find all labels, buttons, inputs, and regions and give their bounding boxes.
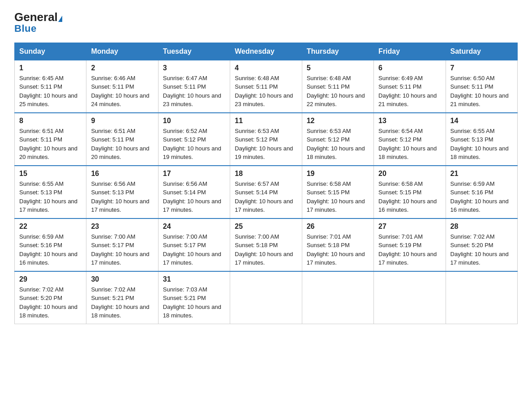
day-number: 5 [307,64,369,72]
calendar-cell: 22Sunrise: 6:59 AMSunset: 5:16 PMDayligh… [15,218,86,271]
day-info: Sunrise: 6:47 AMSunset: 5:11 PMDaylight:… [163,74,225,109]
day-info: Sunrise: 6:54 AMSunset: 5:12 PMDaylight:… [378,127,441,162]
day-info: Sunrise: 7:00 AMSunset: 5:17 PMDaylight:… [163,232,225,267]
day-number: 10 [163,117,225,125]
calendar-cell: 20Sunrise: 6:58 AMSunset: 5:15 PMDayligh… [374,166,446,218]
day-info: Sunrise: 6:59 AMSunset: 5:16 PMDaylight:… [450,180,513,214]
calendar-cell: 23Sunrise: 7:00 AMSunset: 5:17 PMDayligh… [86,218,158,271]
day-number: 21 [450,170,513,178]
logo: General Blue [14,11,62,34]
day-number: 4 [235,64,297,72]
day-info: Sunrise: 6:49 AMSunset: 5:11 PMDaylight:… [378,74,441,109]
day-info: Sunrise: 6:46 AMSunset: 5:11 PMDaylight:… [91,74,153,109]
calendar-cell [374,271,446,324]
calendar-cell: 6Sunrise: 6:49 AMSunset: 5:11 PMDaylight… [374,60,446,113]
calendar-cell: 3Sunrise: 6:47 AMSunset: 5:11 PMDaylight… [158,60,230,113]
calendar-cell [446,271,517,324]
day-number: 26 [307,223,369,231]
calendar-header: Sunday Monday Tuesday Wednesday Thursday… [15,43,518,60]
header-monday: Monday [86,43,158,60]
calendar-cell: 1Sunrise: 6:45 AMSunset: 5:11 PMDaylight… [15,60,86,113]
day-number: 9 [91,117,153,125]
calendar-cell: 11Sunrise: 6:53 AMSunset: 5:12 PMDayligh… [230,113,302,166]
calendar-week-2: 8Sunrise: 6:51 AMSunset: 5:11 PMDaylight… [15,113,518,166]
day-info: Sunrise: 6:58 AMSunset: 5:15 PMDaylight:… [378,180,441,214]
day-info: Sunrise: 6:45 AMSunset: 5:11 PMDaylight:… [19,74,82,109]
calendar-week-1: 1Sunrise: 6:45 AMSunset: 5:11 PMDaylight… [15,60,518,113]
day-number: 17 [163,170,225,178]
day-number: 6 [378,64,441,72]
header-tuesday: Tuesday [158,43,230,60]
day-info: Sunrise: 6:51 AMSunset: 5:11 PMDaylight:… [91,127,153,162]
day-number: 29 [19,275,82,283]
day-info: Sunrise: 7:02 AMSunset: 5:21 PMDaylight:… [91,285,153,320]
day-info: Sunrise: 6:53 AMSunset: 5:12 PMDaylight:… [235,127,297,162]
calendar-cell: 17Sunrise: 6:56 AMSunset: 5:14 PMDayligh… [158,166,230,218]
day-info: Sunrise: 6:56 AMSunset: 5:13 PMDaylight:… [91,180,153,214]
calendar-cell: 16Sunrise: 6:56 AMSunset: 5:13 PMDayligh… [86,166,158,218]
day-info: Sunrise: 7:01 AMSunset: 5:19 PMDaylight:… [378,232,441,267]
day-info: Sunrise: 6:59 AMSunset: 5:16 PMDaylight:… [19,232,82,267]
day-number: 30 [91,275,153,283]
calendar-cell: 29Sunrise: 7:02 AMSunset: 5:20 PMDayligh… [15,271,86,324]
day-number: 2 [91,64,153,72]
header-row: Sunday Monday Tuesday Wednesday Thursday… [15,43,518,60]
calendar-cell: 2Sunrise: 6:46 AMSunset: 5:11 PMDaylight… [86,60,158,113]
day-number: 3 [163,64,225,72]
day-info: Sunrise: 7:01 AMSunset: 5:18 PMDaylight:… [307,232,369,267]
calendar-cell: 15Sunrise: 6:55 AMSunset: 5:13 PMDayligh… [15,166,86,218]
logo-blue-text: Blue [14,24,62,34]
calendar-cell: 19Sunrise: 6:58 AMSunset: 5:15 PMDayligh… [302,166,373,218]
header-thursday: Thursday [302,43,373,60]
day-number: 22 [19,223,82,231]
calendar-cell: 31Sunrise: 7:03 AMSunset: 5:21 PMDayligh… [158,271,230,324]
calendar-cell: 5Sunrise: 6:48 AMSunset: 5:11 PMDaylight… [302,60,373,113]
day-number: 18 [235,170,297,178]
calendar-cell [230,271,302,324]
logo-arrow-icon [58,16,62,22]
day-number: 13 [378,117,441,125]
calendar-body: 1Sunrise: 6:45 AMSunset: 5:11 PMDaylight… [15,60,518,324]
calendar-table: Sunday Monday Tuesday Wednesday Thursday… [14,43,518,324]
day-number: 20 [378,170,441,178]
day-info: Sunrise: 6:55 AMSunset: 5:13 PMDaylight:… [450,127,513,162]
logo-general-text: General [14,11,62,24]
day-number: 1 [19,64,82,72]
calendar-week-4: 22Sunrise: 6:59 AMSunset: 5:16 PMDayligh… [15,218,518,271]
calendar-cell: 28Sunrise: 7:02 AMSunset: 5:20 PMDayligh… [446,218,517,271]
day-number: 8 [19,117,82,125]
day-number: 15 [19,170,82,178]
header-sunday: Sunday [15,43,86,60]
header-saturday: Saturday [446,43,517,60]
day-info: Sunrise: 6:53 AMSunset: 5:12 PMDaylight:… [307,127,369,162]
day-number: 11 [235,117,297,125]
day-number: 27 [378,223,441,231]
calendar-cell: 21Sunrise: 6:59 AMSunset: 5:16 PMDayligh… [446,166,517,218]
day-number: 23 [91,223,153,231]
calendar-cell: 4Sunrise: 6:48 AMSunset: 5:11 PMDaylight… [230,60,302,113]
day-number: 7 [450,64,513,72]
calendar-cell: 24Sunrise: 7:00 AMSunset: 5:17 PMDayligh… [158,218,230,271]
calendar-cell: 9Sunrise: 6:51 AMSunset: 5:11 PMDaylight… [86,113,158,166]
calendar-cell: 14Sunrise: 6:55 AMSunset: 5:13 PMDayligh… [446,113,517,166]
calendar-cell: 7Sunrise: 6:50 AMSunset: 5:11 PMDaylight… [446,60,517,113]
page-header: General Blue [14,11,518,34]
day-info: Sunrise: 6:52 AMSunset: 5:12 PMDaylight:… [163,127,225,162]
calendar-cell: 26Sunrise: 7:01 AMSunset: 5:18 PMDayligh… [302,218,373,271]
day-info: Sunrise: 7:02 AMSunset: 5:20 PMDaylight:… [19,285,82,320]
day-number: 28 [450,223,513,231]
calendar-cell: 18Sunrise: 6:57 AMSunset: 5:14 PMDayligh… [230,166,302,218]
day-info: Sunrise: 7:02 AMSunset: 5:20 PMDaylight:… [450,232,513,267]
day-info: Sunrise: 6:57 AMSunset: 5:14 PMDaylight:… [235,180,297,214]
header-friday: Friday [374,43,446,60]
calendar-cell: 8Sunrise: 6:51 AMSunset: 5:11 PMDaylight… [15,113,86,166]
calendar-week-5: 29Sunrise: 7:02 AMSunset: 5:20 PMDayligh… [15,271,518,324]
calendar-cell: 13Sunrise: 6:54 AMSunset: 5:12 PMDayligh… [374,113,446,166]
day-info: Sunrise: 6:51 AMSunset: 5:11 PMDaylight:… [19,127,82,162]
calendar-cell [302,271,373,324]
day-number: 19 [307,170,369,178]
day-info: Sunrise: 7:03 AMSunset: 5:21 PMDaylight:… [163,285,225,320]
day-info: Sunrise: 6:58 AMSunset: 5:15 PMDaylight:… [307,180,369,214]
calendar-week-3: 15Sunrise: 6:55 AMSunset: 5:13 PMDayligh… [15,166,518,218]
day-info: Sunrise: 6:55 AMSunset: 5:13 PMDaylight:… [19,180,82,214]
